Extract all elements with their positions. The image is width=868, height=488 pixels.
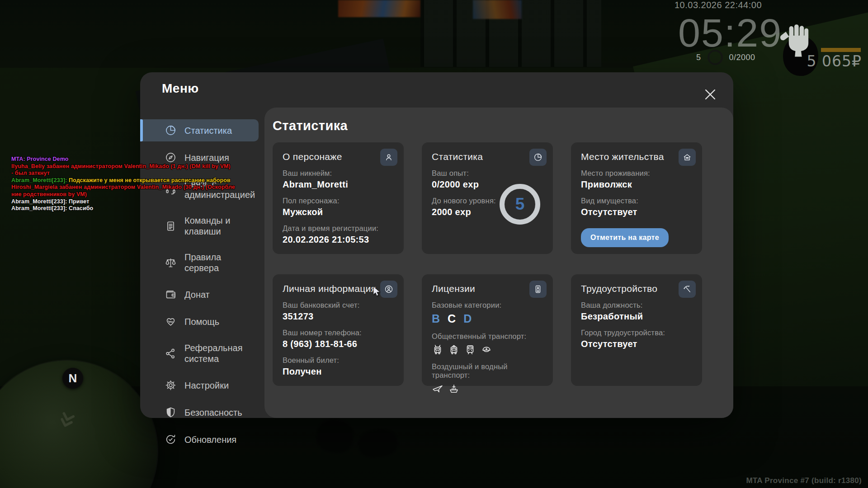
card-residence: Место жительства Место проживания: Приво… <box>571 142 702 254</box>
pie-chart-icon <box>165 124 177 136</box>
mark-on-map-button[interactable]: Отметить на карте <box>581 228 669 247</box>
house-icon <box>679 149 696 166</box>
trolleybus-icon <box>432 344 443 356</box>
heart-handshake-icon <box>165 315 177 328</box>
card-about-character: О персонаже Ваш никнейм: Abram_Moretti П… <box>273 142 404 254</box>
plane-icon <box>432 383 443 394</box>
menu-window: Меню Статистика Навигация Связь с админи… <box>140 72 733 418</box>
chat-message: - был заткнут <box>11 170 235 177</box>
close-button[interactable] <box>703 87 718 102</box>
server-watermark: MTA Province #7 (build: r1380) <box>746 476 862 485</box>
compass-north-badge: N <box>62 368 83 389</box>
chat-message: Abram_Moretti[233]: Спасибо <box>11 205 235 212</box>
pie-chart-icon <box>529 149 547 166</box>
public-transport-licenses <box>432 344 543 356</box>
sidebar-item-statistics[interactable]: Статистика <box>140 119 259 141</box>
card-employment: Трудоустройство Ваша должность: Безработ… <box>571 274 702 386</box>
network-icon <box>165 347 177 360</box>
sidebar-item-settings[interactable]: Настройки <box>140 374 259 396</box>
game-screen: N 10.03.2026 22:44:00 05:29 5 0/2000 5 0… <box>0 0 868 488</box>
sidebar-item-commands-keys[interactable]: Команды и клавиши <box>140 210 259 242</box>
hud-level-exp-row: 5 0/2000 <box>696 50 755 65</box>
hud-exp-counter: 0/2000 <box>729 53 755 62</box>
sidebar-item-donate[interactable]: Донат <box>140 283 259 305</box>
sidebar-item-security[interactable]: Безопасность <box>140 401 259 423</box>
sidebar-item-help[interactable]: Помощь <box>140 310 259 333</box>
hud-exp-ring <box>708 50 723 65</box>
chat-message: ние родственников by VM) <box>11 191 235 198</box>
chat-message: MTA: Province Demo <box>11 156 235 163</box>
chat-message: Hiroshi_Margiela забанен администратором… <box>11 184 235 191</box>
hud-datetime: 10.03.2026 22:44:00 <box>675 0 762 10</box>
id-card-icon <box>529 281 547 298</box>
active-accent-bar <box>140 119 143 141</box>
hud-money: 5 065₽ <box>800 52 862 70</box>
gear-icon <box>165 379 177 391</box>
person-circle-icon <box>380 281 397 298</box>
menu-title: Меню <box>162 81 199 96</box>
page-title: Статистика <box>273 118 733 133</box>
chat-log: MTA: Province Demo Ilyuha_Beliy забанен … <box>11 156 235 212</box>
refresh-check-icon <box>165 433 177 446</box>
compass-north-label: N <box>69 371 77 385</box>
cards-grid: О персонаже Ваш никнейм: Abram_Moretti П… <box>273 142 733 386</box>
hud-money-bar <box>821 48 861 52</box>
license-letter: D <box>463 312 472 325</box>
chat-message: Abram_Moretti[233]: Подскажите у меня не… <box>11 177 235 184</box>
pickaxe-icon <box>679 281 696 298</box>
mouse-cursor <box>372 286 382 297</box>
chat-message: Ilyuha_Beliy забанен администратором Val… <box>11 163 235 170</box>
sidebar-item-server-rules[interactable]: Правила сервера <box>140 247 259 278</box>
train-icon <box>464 344 476 356</box>
chat-message: Abram_Moretti[233]: Привет <box>11 198 235 206</box>
close-icon <box>703 87 718 102</box>
license-letter: C <box>448 312 456 325</box>
hud-level: 5 <box>696 53 701 62</box>
driver-cap-icon <box>481 344 492 356</box>
document-icon <box>165 220 177 232</box>
tram-icon <box>448 344 460 356</box>
sidebar-item-referral[interactable]: Реферальная система <box>140 338 259 369</box>
card-statistics: Статистика Ваш опыт: 0/2000 exp До новог… <box>422 142 553 254</box>
level-ring: 5 <box>500 184 540 225</box>
license-letter: B <box>432 312 440 325</box>
card-licenses: Лицензии Базовые категории: B C D Общест… <box>422 274 553 386</box>
content-panel: Статистика О персонаже Ваш никнейм: Abra… <box>264 108 733 418</box>
air-water-licenses <box>432 383 543 394</box>
shield-icon <box>165 406 177 418</box>
sidebar-item-updates[interactable]: Обновления <box>140 428 259 450</box>
card-personal-info: Личная информация Ваш банковский счет: 3… <box>273 274 404 386</box>
person-icon <box>380 149 397 166</box>
wallet-icon <box>165 288 177 300</box>
level-number: 5 <box>515 195 525 214</box>
license-categories: B C D <box>432 312 543 325</box>
hud-clock: 05:29 <box>678 10 782 56</box>
scales-icon <box>165 257 177 269</box>
ship-icon <box>448 383 460 394</box>
